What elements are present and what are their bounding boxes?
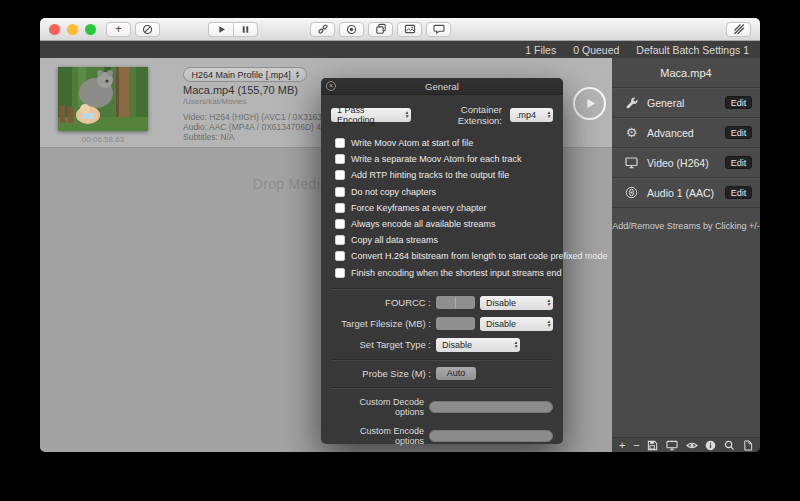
stepper-icon: ▴▾: [547, 111, 550, 118]
edit-audio-button[interactable]: Edit: [725, 186, 752, 199]
display-icon: [624, 156, 639, 169]
zoom-window-button[interactable]: [85, 24, 96, 35]
link-icon: [317, 23, 329, 35]
record-icon: [346, 24, 357, 35]
fourcc-label: FOURCC :: [331, 297, 431, 308]
save-button[interactable]: [647, 440, 658, 451]
custom-encode-label: Custom Encode options: [331, 426, 424, 446]
checkbox-label: Do not copy chapters: [351, 187, 436, 197]
divider: [331, 359, 553, 360]
minimize-window-button[interactable]: [67, 24, 78, 35]
stripes-icon: [733, 23, 745, 35]
traffic-lights: [49, 24, 96, 35]
toolbar: +: [40, 18, 760, 41]
checkbox-label: Finish encoding when the shortest input …: [351, 268, 562, 278]
custom-decode-input[interactable]: [429, 401, 553, 413]
play-icon: [582, 97, 597, 110]
info-button[interactable]: [705, 440, 716, 451]
pause-encoding-button[interactable]: [233, 22, 258, 37]
queued-count: 0 Queued: [573, 44, 619, 56]
fourcc-select-value: Disable: [486, 298, 516, 308]
checkbox-label: Always encode all available streams: [351, 219, 496, 229]
filesize-select[interactable]: Disable ▴▾: [480, 317, 553, 331]
close-icon[interactable]: ×: [326, 81, 336, 91]
stepper-icon: ▴▾: [547, 320, 550, 327]
checkbox-row: Copy all data streams: [335, 232, 563, 248]
stepper-icon: ▴▾: [405, 111, 408, 118]
target-type-row: Set Target Type : Disable ▴▾: [331, 338, 553, 352]
gear-icon: ⚙: [624, 126, 639, 139]
divider: [331, 288, 553, 289]
checkbox-force-keyframes[interactable]: [335, 203, 345, 213]
fourcc-input[interactable]: [436, 296, 475, 309]
filesize-select-value: Disable: [486, 319, 516, 329]
sidebar-item-general[interactable]: General Edit: [612, 88, 760, 118]
pause-icon: [240, 24, 251, 35]
checkbox-moov-start[interactable]: [335, 138, 345, 148]
record-button[interactable]: [339, 22, 364, 37]
checkbox-moov-separate[interactable]: [335, 154, 345, 164]
start-encoding-button[interactable]: [208, 22, 233, 37]
container-extension-select[interactable]: .mp4 ▴▾: [510, 108, 553, 122]
checkbox-encode-all-streams[interactable]: [335, 219, 345, 229]
checkbox-finish-shortest[interactable]: [335, 268, 345, 278]
fourcc-row: FOURCC : Disable ▴▾: [331, 296, 553, 310]
checkbox-rtp-hinting[interactable]: [335, 170, 345, 180]
checkbox-row: Always encode all available streams: [335, 216, 563, 232]
video-thumbnail: [58, 67, 148, 131]
stepper-icon: ▴▾: [547, 299, 550, 306]
checkbox-no-chapters[interactable]: [335, 187, 345, 197]
file-path: /Users/kat/Movies: [183, 97, 247, 106]
toggle-settings-panel-button[interactable]: [726, 22, 751, 37]
preview-play-button[interactable]: [573, 87, 606, 120]
pass-encoding-value: 1 Pass Encoding: [337, 105, 402, 125]
checkbox-h264-bitstream[interactable]: [335, 251, 345, 261]
stepper-icon: ▴▾: [296, 71, 299, 78]
custom-encode-input[interactable]: [429, 430, 553, 442]
checkbox-copy-data-streams[interactable]: [335, 235, 345, 245]
probe-size-label: Probe Size (M) :: [331, 368, 431, 379]
probe-size-auto-button[interactable]: Auto: [436, 367, 476, 380]
sidebar-item-audio[interactable]: Audio 1 (AAC) Edit: [612, 178, 760, 208]
custom-encode-row: Custom Encode options: [331, 426, 553, 446]
preview-image-button[interactable]: [397, 22, 422, 37]
checkbox-row: Write a separate Moov Atom for each trac…: [335, 151, 563, 167]
eye-button[interactable]: [686, 440, 698, 451]
container-extension-label: Container Extension:: [415, 104, 502, 126]
preset-dropdown[interactable]: H264 Main Profile [.mp4] ▴▾: [183, 67, 307, 82]
custom-decode-label: Custom Decode options: [331, 397, 424, 417]
dialog-titlebar[interactable]: × General: [321, 78, 563, 95]
sidebar-item-advanced[interactable]: ⚙ Advanced Edit: [612, 118, 760, 148]
filesize-input[interactable]: [436, 317, 475, 330]
wrench-icon: [624, 96, 639, 109]
fourcc-select[interactable]: Disable ▴▾: [480, 296, 553, 310]
sidebar-item-video[interactable]: Video (H264) Edit: [612, 148, 760, 178]
search-button[interactable]: [724, 440, 735, 451]
sidebar-item-label: Video (H264): [647, 157, 717, 169]
edit-video-button[interactable]: Edit: [725, 156, 752, 169]
edit-general-button[interactable]: Edit: [725, 96, 752, 109]
checkbox-row: Write Moov Atom at start of file: [335, 135, 563, 151]
settings-sidebar: Maca.mp4 General Edit ⚙ Advanced Edit: [612, 58, 760, 452]
cancel-button[interactable]: [135, 22, 160, 37]
add-stream-button[interactable]: +: [619, 440, 625, 451]
batch-settings-label[interactable]: Default Batch Settings 1: [636, 44, 749, 56]
custom-decode-row: Custom Decode options: [331, 397, 553, 417]
close-window-button[interactable]: [49, 24, 60, 35]
streams-hint: Add/Remove Streams by Clicking +/-: [612, 221, 760, 231]
checkbox-label: Force Keyframes at every chapter: [351, 203, 487, 213]
target-type-select[interactable]: Disable ▴▾: [436, 338, 520, 352]
join-files-button[interactable]: [310, 22, 335, 37]
remove-stream-button[interactable]: −: [633, 440, 639, 451]
add-file-button[interactable]: +: [106, 22, 131, 37]
play-icon: [216, 24, 227, 35]
edit-advanced-button[interactable]: Edit: [725, 126, 752, 139]
checkbox-row: Convert H.264 bitstream from length to s…: [335, 248, 563, 264]
batch-copy-button[interactable]: [368, 22, 393, 37]
log-button[interactable]: [426, 22, 451, 37]
sidebar-item-label: Advanced: [647, 127, 717, 139]
document-button[interactable]: [743, 440, 753, 451]
pass-encoding-select[interactable]: 1 Pass Encoding ▴▾: [331, 108, 411, 122]
checkbox-label: Add RTP hinting tracks to the output fil…: [351, 170, 509, 180]
display-button[interactable]: [666, 440, 678, 451]
